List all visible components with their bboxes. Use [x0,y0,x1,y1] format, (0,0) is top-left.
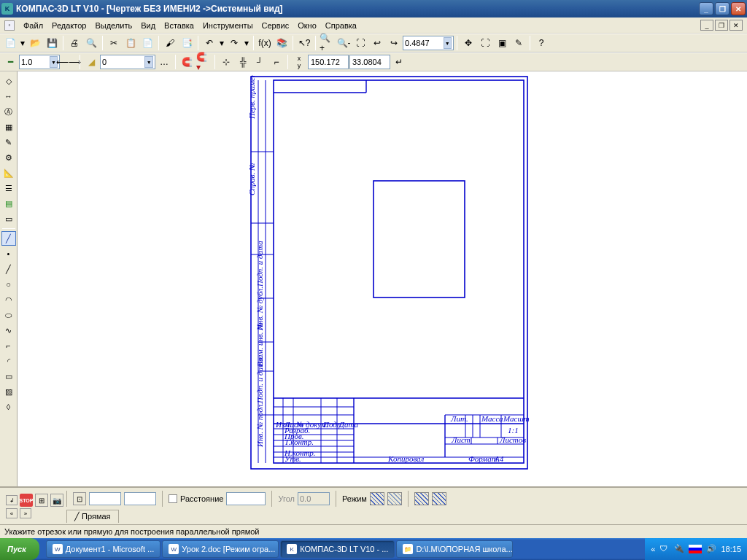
task-item[interactable]: K КОМПАС-3D LT V10 - ... [280,540,395,558]
zoom-prev-button[interactable]: ↩ [369,35,385,51]
menu-service[interactable]: Сервис [258,20,294,31]
snap-magnet-icon[interactable]: 🧲 [179,54,195,70]
chevron-down-icon[interactable]: ▼ [444,37,452,49]
menu-window[interactable]: Окно [293,20,321,31]
chamfer-tool-icon[interactable]: ⌐ [1,338,16,353]
distance-input[interactable] [226,492,266,505]
pan-button[interactable]: ✥ [460,35,476,51]
linewidth-combo[interactable]: ▼ [19,55,60,69]
hardware-icon[interactable]: 🔌 [674,544,684,554]
zoom-input[interactable] [405,39,442,47]
curve-tool-icon[interactable]: ∿ [1,323,16,338]
zoom-all-button[interactable]: ▣ [494,35,510,51]
snapshot-icon[interactable]: 📷 [50,494,63,507]
edit-icon[interactable]: ✎ [1,135,16,149]
undo-dropdown[interactable]: ▾ [218,35,225,51]
prev-button[interactable]: « [6,508,18,518]
menu-help[interactable]: Справка [321,20,361,31]
redo-button[interactable]: ↷ [226,35,242,51]
style-option-2[interactable] [432,492,446,505]
coord-confirm-button[interactable]: ↵ [391,54,407,70]
help-button[interactable]: ? [533,35,549,51]
menu-insert[interactable]: Вставка [160,20,198,31]
task-item[interactable]: W Документ1 - Microsoft ... [46,540,161,558]
close-button[interactable]: ✕ [731,2,746,15]
zoom-in-button[interactable]: 🔍+ [319,35,335,51]
tray-chevron-icon[interactable]: « [651,545,655,553]
aux-icon-4[interactable]: ⌐ [268,54,285,70]
clock[interactable]: 18:15 [721,545,741,553]
mdi-close-button[interactable]: ✕ [729,20,743,31]
mode-option-1[interactable] [370,492,384,505]
paste-button[interactable]: 📄 [139,35,155,51]
rect-tool-icon[interactable]: ▭ [1,369,16,384]
shield-icon[interactable]: 🛡 [659,544,670,554]
coord-y-input[interactable] [349,55,390,69]
chevron-down-icon[interactable]: ▼ [144,56,153,68]
menu-file[interactable]: Файл [19,20,47,31]
specs-icon[interactable]: ▤ [1,196,16,211]
layer-combo[interactable]: ▼ [100,55,155,69]
aux-icon-3[interactable]: ┘ [252,54,268,70]
snap-settings-icon[interactable]: 🧲▾ [196,54,212,70]
layer-input[interactable] [102,58,143,66]
zoom-out-button[interactable]: 🔍- [336,35,352,51]
arc-tool-icon[interactable]: ◠ [1,292,16,307]
auto-create-icon[interactable]: ⊞ [35,494,48,507]
restore-button[interactable]: ❐ [715,2,729,15]
step-icon[interactable]: ⟵⟶ [61,54,77,70]
start-button[interactable]: Пуск [0,538,39,560]
menu-tools[interactable]: Инструменты [198,20,258,31]
refresh-button[interactable]: ✎ [511,35,527,51]
linewidth-input[interactable] [21,58,48,66]
cursor-button[interactable]: ↖? [296,35,312,51]
copy-button[interactable]: 📋 [123,35,139,51]
point-x-input[interactable] [89,492,121,505]
views-icon[interactable]: ▭ [1,211,16,226]
point1-icon[interactable]: ⊡ [73,492,86,505]
mdi-minimize-button[interactable]: _ [700,20,713,31]
document-icon[interactable]: ▫ [4,20,15,31]
circle-tool-icon[interactable]: ○ [1,277,16,292]
zoom-window-button[interactable]: ⛶ [352,35,368,51]
zoom-combo[interactable]: ▼ [403,36,454,50]
properties-button[interactable]: 📑 [179,35,195,51]
point-tool-icon[interactable]: • [1,246,16,261]
cut-button[interactable]: ✂ [106,35,122,51]
new-dropdown[interactable]: ▾ [19,35,26,51]
print-button[interactable]: 🖨 [66,35,82,51]
lang-icon[interactable] [689,545,702,553]
line-tool-icon[interactable]: ╱ [1,231,16,246]
geometry-icon[interactable]: ◇ [1,74,16,88]
aux-icon-1[interactable]: ⊹ [218,54,234,70]
open-button[interactable]: 📂 [27,35,43,51]
coord-x-input[interactable] [308,55,349,69]
distance-checkbox[interactable] [169,494,177,503]
dimension-icon[interactable]: ↔ [1,89,16,104]
new-button[interactable]: 📄 [2,35,18,51]
undo-button[interactable]: ↶ [201,35,217,51]
task-item[interactable]: W Урок 2.doc [Режим огра... [162,540,279,558]
drawing-canvas[interactable]: Перв. примен. Справ. № Подп. и дата Инв.… [18,71,747,486]
zoom-next-button[interactable]: ↪ [386,35,402,51]
copy-props-button[interactable]: 🖌 [162,35,178,51]
fillet-tool-icon[interactable]: ◜ [1,354,16,368]
apply-icon[interactable]: ↲ [6,495,18,505]
segment-tool-icon[interactable]: ╱ [1,262,16,276]
task-item[interactable]: 📁 D:\I.M\ОПОРНАЯ школа... [396,540,513,558]
params-icon[interactable]: ⚙ [1,150,16,165]
xy-icon[interactable]: xy [291,54,307,70]
contour-tool-icon[interactable]: ◊ [1,400,16,414]
menu-edit[interactable]: Редактор [47,20,90,31]
redo-dropdown[interactable]: ▾ [243,35,250,51]
menu-select[interactable]: Выделить [90,20,136,31]
volume-icon[interactable]: 🔊 [706,544,716,554]
layer-manage-button[interactable]: … [156,54,172,70]
linetype-icon[interactable]: ━ [2,54,18,70]
preview-button[interactable]: 🔍 [83,35,99,51]
select-icon[interactable]: ☰ [1,181,16,195]
notation-icon[interactable]: Ⓐ [1,104,16,119]
grid-icon[interactable]: ▦ [1,120,16,134]
stop-button[interactable]: STOP [20,494,33,507]
tab-line[interactable]: ╱ Прямая [66,510,119,523]
